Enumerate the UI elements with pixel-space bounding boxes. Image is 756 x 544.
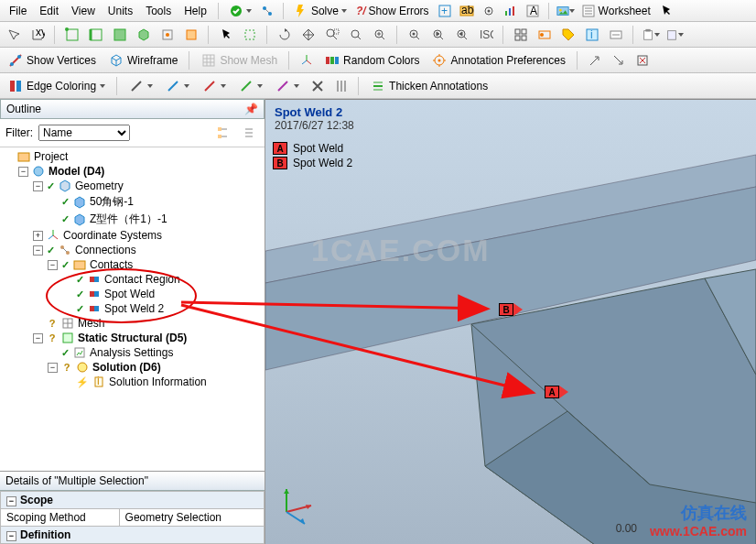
tree-static[interactable]: −?Static Structural (D5) (2, 331, 263, 345)
tb-img-icon[interactable] (556, 1, 576, 21)
probe-up-icon[interactable] (585, 50, 605, 71)
svg-rect-66 (94, 277, 99, 282)
tree-contacts[interactable]: −✓Contacts (2, 257, 263, 272)
edge-2-button[interactable] (161, 76, 194, 96)
tree-spot-weld-2[interactable]: ✓Spot Weld 2 (2, 301, 263, 316)
edge-1-button[interactable] (124, 76, 157, 96)
tag-icon[interactable] (558, 25, 578, 45)
tree-contact-region[interactable]: ✓Contact Region (2, 272, 263, 287)
triad-icon[interactable] (273, 480, 319, 526)
filter-expand-icon[interactable] (239, 123, 259, 143)
menu-file[interactable]: File (4, 3, 32, 19)
outline-tree[interactable]: Project −Model (D4) −✓Geometry ✓50角钢-1 ✓… (0, 147, 265, 471)
wireframe-button[interactable]: Wireframe (104, 50, 182, 71)
sel-box-icon[interactable] (240, 25, 260, 45)
selection-info-icon[interactable]: i (582, 25, 602, 45)
named-sel-icon[interactable] (606, 25, 626, 45)
tree-coord[interactable]: +Coordinate Systems (2, 228, 263, 243)
tb-cursor-icon[interactable] (656, 1, 676, 21)
sel-elem-icon[interactable] (181, 25, 201, 45)
svg-text:abc: abc (461, 4, 474, 16)
viewport-3d[interactable]: Spot Weld 2 2017/6/27 12:38 ASpot Weld B… (265, 99, 756, 544)
legend-badge-b: B (273, 157, 287, 169)
filter-select[interactable]: Name (38, 125, 130, 141)
svg-rect-11 (513, 6, 514, 16)
details-scoping-val[interactable]: Geometry Selection (119, 509, 264, 527)
clipboard2-icon[interactable] (664, 25, 685, 45)
select-coord-icon[interactable]: xy (27, 25, 48, 45)
reset-icon[interactable] (632, 50, 653, 71)
left-panel: Outline 📌 Filter: Name Project −Model (D… (0, 99, 265, 544)
show-errors-button[interactable]: ?/Show Errors (352, 3, 433, 19)
edge-3-button[interactable] (198, 76, 231, 96)
sel-node-icon[interactable] (157, 25, 178, 45)
ready-button[interactable] (225, 2, 255, 20)
zoom-fit-icon[interactable] (346, 25, 366, 45)
svg-point-47 (10, 62, 14, 66)
menu-help[interactable]: Help (178, 3, 212, 19)
svg-rect-69 (90, 306, 94, 311)
svg-point-19 (65, 27, 69, 31)
callout-b[interactable]: B (499, 303, 523, 316)
edge-4-button[interactable] (234, 76, 267, 96)
menu-edit[interactable]: Edit (34, 3, 64, 19)
tree-geom-2[interactable]: ✓Z型件（件1）-1 (2, 211, 263, 228)
tree-geom-1[interactable]: ✓50角钢-1 (2, 193, 263, 211)
look-at-icon[interactable] (405, 25, 425, 45)
svg-rect-50 (326, 57, 329, 64)
tb-abc-icon[interactable]: abc (457, 1, 477, 21)
thicken-annot-button[interactable]: Thicken Annotations (366, 76, 492, 96)
sel-single-icon[interactable] (216, 25, 236, 45)
sel-body-icon[interactable] (134, 25, 154, 45)
sel-face-icon[interactable] (110, 25, 130, 45)
clipboard-icon[interactable] (641, 25, 661, 45)
svg-point-15 (559, 8, 562, 11)
edge-5-button[interactable] (271, 76, 304, 96)
axes-icon[interactable] (297, 50, 317, 71)
view-prev-icon[interactable] (428, 25, 448, 45)
tree-connections[interactable]: −✓Connections (2, 243, 263, 257)
show-vertices-button[interactable]: Show Vertices (4, 50, 101, 71)
edge-coloring-button[interactable]: Edge Coloring (4, 76, 110, 96)
solve-button[interactable]: Solve (290, 2, 351, 20)
pin-icon[interactable]: 📌 (244, 103, 258, 115)
edge-thick-icon[interactable] (331, 76, 351, 96)
menu-view[interactable]: View (66, 3, 101, 19)
rotate-icon[interactable] (275, 25, 295, 45)
sel-edge-icon[interactable] (86, 25, 106, 45)
view-iso-icon[interactable]: ISO (476, 25, 496, 45)
tree-mesh[interactable]: ?Mesh (2, 316, 263, 331)
probe-down-icon[interactable] (609, 50, 629, 71)
tree-geometry[interactable]: −✓Geometry (2, 179, 263, 193)
pan-icon[interactable] (298, 25, 319, 45)
menu-bar: File Edit View Units Tools Help Solve ?/… (0, 0, 756, 22)
tree-analysis[interactable]: ✓Analysis Settings (2, 345, 263, 360)
connection-icon[interactable] (257, 1, 277, 21)
manage-views-icon[interactable] (511, 25, 531, 45)
tb-chart-icon[interactable] (501, 1, 521, 21)
tb-text-icon[interactable]: A (523, 1, 543, 21)
view-next-icon[interactable] (452, 25, 472, 45)
tb-a-icon[interactable]: + (435, 1, 455, 21)
menu-units[interactable]: Units (103, 3, 138, 19)
watermark: 1CAE.COM (311, 233, 490, 268)
sel-vertex-icon[interactable] (62, 25, 82, 45)
tree-sol-info[interactable]: ⚡iSolution Information (2, 375, 263, 389)
outline-title-bar: Outline 📌 (0, 99, 265, 119)
edge-cross-icon[interactable] (308, 76, 328, 96)
zoom-box-icon[interactable] (322, 25, 342, 45)
callout-a[interactable]: A (545, 386, 568, 398)
zoom-icon[interactable] (370, 25, 390, 45)
filter-tree-icon[interactable] (213, 123, 233, 143)
tree-spot-weld[interactable]: ✓Spot Weld (2, 287, 263, 301)
select-adj-icon[interactable] (4, 25, 24, 45)
random-colors-button[interactable]: Random Colors (320, 50, 424, 71)
menu-tools[interactable]: Tools (140, 3, 177, 19)
tree-project[interactable]: Project (2, 149, 263, 164)
extend-sel-icon[interactable] (535, 25, 555, 45)
worksheet-button[interactable]: Worksheet (578, 2, 654, 20)
tb-gear-icon[interactable] (479, 1, 499, 21)
annotation-pref-button[interactable]: Annotation Preferences (427, 50, 569, 71)
tree-solution[interactable]: −?Solution (D6) (2, 360, 263, 375)
tree-model[interactable]: −Model (D4) (2, 164, 263, 179)
